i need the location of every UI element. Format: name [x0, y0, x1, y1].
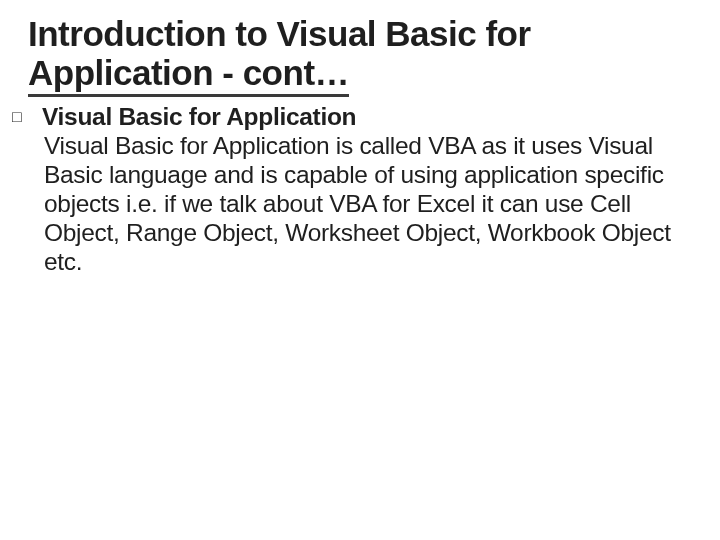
title-line-1: Introduction to Visual Basic for [28, 14, 531, 53]
slide-container: Introduction to Visual Basic for Applica… [0, 0, 720, 277]
bullet-heading-first-word: Visual [42, 103, 112, 130]
title-line-2: Application - cont… [28, 53, 349, 97]
bullet-body-text: Visual Basic for Application is called V… [44, 132, 692, 277]
square-bullet-icon: □ [28, 108, 42, 127]
body-content: □Visual Basic for Application Visual Bas… [28, 103, 692, 276]
bullet-heading-rest: Basic for Application [112, 103, 356, 130]
bullet-item: □Visual Basic for Application Visual Bas… [28, 103, 692, 276]
slide-title: Introduction to Visual Basic for Applica… [28, 14, 692, 97]
